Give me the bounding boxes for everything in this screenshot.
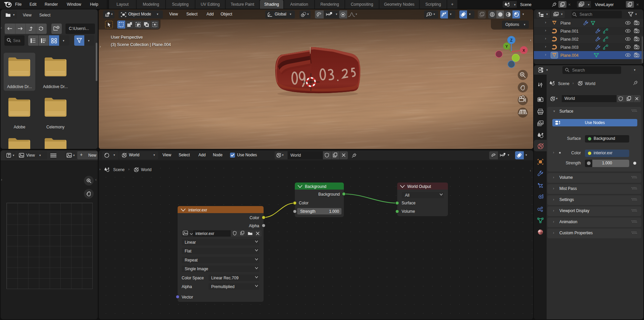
svg-text:Surface: Surface <box>402 201 416 205</box>
svg-text:›: › <box>100 45 101 48</box>
svg-text:Color Space: Color Space <box>182 276 204 280</box>
svg-text:Volume: Volume <box>402 209 415 214</box>
svg-text:Alpha: Alpha <box>249 224 259 228</box>
svg-text:All: All <box>405 193 409 198</box>
svg-text:Z: Z <box>510 38 512 43</box>
svg-text:Strength: Strength <box>300 209 315 214</box>
svg-text:Vector: Vector <box>182 295 193 299</box>
svg-text:interior.exr: interior.exr <box>195 231 214 236</box>
svg-text:Repeat: Repeat <box>185 258 198 263</box>
svg-text:interior.exr: interior.exr <box>188 208 207 212</box>
svg-text:Background: Background <box>318 192 340 197</box>
svg-text:Color: Color <box>249 215 259 220</box>
svg-text:‹: ‹ <box>530 38 531 42</box>
svg-text:Y: Y <box>505 44 508 48</box>
svg-text:Background: Background <box>305 184 326 189</box>
svg-text:Single Image: Single Image <box>185 267 208 271</box>
svg-text:Linear Rec.709: Linear Rec.709 <box>211 276 239 280</box>
svg-text:X: X <box>522 48 525 52</box>
svg-text:1.000: 1.000 <box>329 209 339 214</box>
svg-text:Alpha: Alpha <box>182 284 192 289</box>
svg-text:Flat: Flat <box>185 249 192 253</box>
svg-text:Linear: Linear <box>185 240 196 245</box>
svg-text:World Output: World Output <box>407 184 431 189</box>
svg-text:Color: Color <box>299 201 309 205</box>
svg-text:Premultiplied: Premultiplied <box>211 284 234 289</box>
